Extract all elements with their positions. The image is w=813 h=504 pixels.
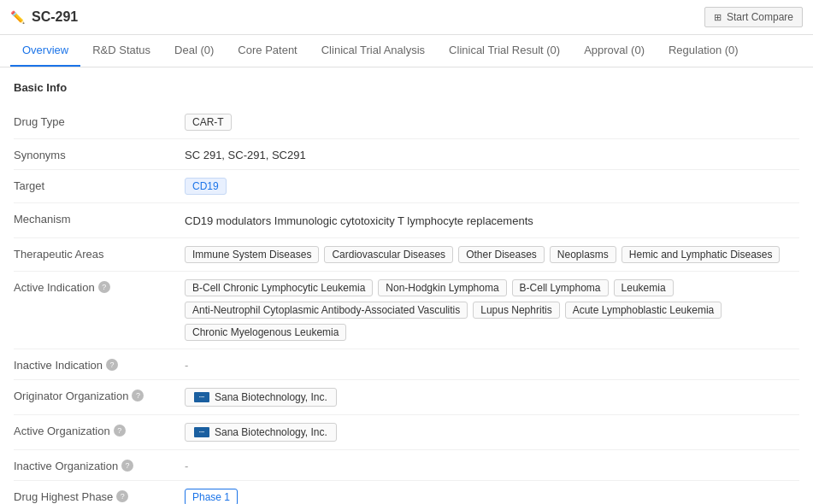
tag: Leukemia bbox=[614, 279, 674, 296]
row-value: ···Sana Biotechnology, Inc. bbox=[185, 423, 799, 442]
org-tag[interactable]: ···Sana Biotechnology, Inc. bbox=[185, 423, 337, 442]
row-value: B-Cell Chronic Lymphocytic LeukemiaNon-H… bbox=[185, 279, 799, 341]
tag: Lupus Nephritis bbox=[473, 302, 559, 319]
tag: Acute Lymphoblastic Leukemia bbox=[565, 302, 722, 319]
tab-clinical-trial-analysis[interactable]: Clinical Trial Analysis bbox=[309, 35, 437, 67]
row-label: Originator Organization? bbox=[14, 388, 185, 402]
mechanism-text: CD19 modulators Immunologic cytotoxicity… bbox=[185, 211, 533, 230]
info-row: Originator Organization?···Sana Biotechn… bbox=[14, 380, 799, 415]
info-row: SynonymsSC 291, SC-291, SC291 bbox=[14, 139, 799, 170]
help-icon[interactable]: ? bbox=[132, 390, 144, 401]
empty-value: - bbox=[185, 458, 188, 472]
row-label: Drug Type bbox=[14, 114, 185, 128]
tab-r-d-status[interactable]: R&D Status bbox=[80, 35, 162, 67]
tag: B-Cell Chronic Lymphocytic Leukemia bbox=[185, 279, 373, 296]
row-value: CAR-T bbox=[185, 114, 799, 131]
empty-value: - bbox=[185, 357, 188, 372]
row-label: Target bbox=[14, 178, 185, 192]
rows-container: Drug TypeCAR-TSynonymsSC 291, SC-291, SC… bbox=[14, 106, 799, 504]
org-tag[interactable]: ···Sana Biotechnology, Inc. bbox=[185, 388, 337, 407]
help-icon[interactable]: ? bbox=[114, 425, 126, 437]
row-label: Active Indication? bbox=[14, 279, 185, 294]
tab-approval--0-[interactable]: Approval (0) bbox=[572, 35, 657, 67]
header-left: ✏️ SC-291 bbox=[10, 9, 78, 25]
tab-regulation--0-[interactable]: Regulation (0) bbox=[657, 35, 751, 67]
row-value: CD19 bbox=[185, 178, 799, 195]
tag: B-Cell Lymphoma bbox=[512, 279, 609, 296]
row-value: Immune System DiseasesCardiovascular Dis… bbox=[185, 246, 799, 263]
row-label: Synonyms bbox=[14, 147, 185, 161]
row-value: SC 291, SC-291, SC291 bbox=[185, 147, 799, 161]
info-row: Active Organization?···Sana Biotechnolog… bbox=[14, 415, 799, 450]
help-icon[interactable]: ? bbox=[106, 359, 118, 371]
tab-overview[interactable]: Overview bbox=[10, 35, 80, 67]
row-value: CD19 modulators Immunologic cytotoxicity… bbox=[185, 211, 799, 230]
info-row: MechanismCD19 modulators Immunologic cyt… bbox=[14, 203, 799, 238]
row-label: Mechanism bbox=[14, 211, 185, 226]
nav-tabs: OverviewR&D StatusDeal (0)Core PatentCli… bbox=[0, 35, 813, 67]
tab-core-patent[interactable]: Core Patent bbox=[226, 35, 309, 67]
tag: Other Diseases bbox=[458, 246, 545, 263]
tag: Anti-Neutrophil Cytoplasmic Antibody-Ass… bbox=[185, 302, 468, 319]
row-label: Inactive Indication? bbox=[14, 357, 185, 372]
tag: Chronic Myelogenous Leukemia bbox=[185, 324, 346, 341]
compare-icon: ⊞ bbox=[714, 12, 722, 23]
header: ✏️ SC-291 ⊞ Start Compare bbox=[0, 0, 813, 35]
org-logo: ··· bbox=[194, 427, 209, 437]
info-row: Active Indication?B-Cell Chronic Lymphoc… bbox=[14, 272, 799, 349]
help-icon[interactable]: ? bbox=[116, 490, 128, 502]
help-icon[interactable]: ? bbox=[98, 281, 110, 293]
phase-tag: Phase 1 bbox=[185, 489, 238, 505]
synonyms-text: SC 291, SC-291, SC291 bbox=[185, 147, 306, 161]
help-icon[interactable]: ? bbox=[121, 460, 133, 472]
tab-clinical-trial-result--0-[interactable]: Clinical Trial Result (0) bbox=[437, 35, 572, 67]
info-row: Drug TypeCAR-T bbox=[14, 106, 799, 139]
info-row: Therapeutic AreasImmune System DiseasesC… bbox=[14, 238, 799, 272]
row-value: - bbox=[185, 357, 799, 372]
row-label: Drug Highest Phase? bbox=[14, 489, 185, 503]
row-label: Therapeutic Areas bbox=[14, 246, 185, 261]
tag: Immune System Diseases bbox=[185, 246, 319, 263]
tag: Neoplasms bbox=[550, 246, 616, 263]
tag: Non-Hodgkin Lymphoma bbox=[378, 279, 506, 296]
start-compare-button[interactable]: ⊞ Start Compare bbox=[704, 7, 803, 27]
info-row: Inactive Organization?- bbox=[14, 450, 799, 481]
section-title: Basic Info bbox=[14, 81, 799, 94]
row-value: ···Sana Biotechnology, Inc. bbox=[185, 388, 799, 407]
tag: Cardiovascular Diseases bbox=[324, 246, 453, 263]
drug-title: SC-291 bbox=[32, 9, 78, 25]
row-value: - bbox=[185, 458, 799, 472]
info-row: Drug Highest Phase?Phase 1 bbox=[14, 481, 799, 505]
target-tag[interactable]: CD19 bbox=[185, 178, 227, 195]
pencil-icon: ✏️ bbox=[10, 10, 25, 24]
info-row: Inactive Indication?- bbox=[14, 349, 799, 380]
tag: Hemic and Lymphatic Diseases bbox=[622, 246, 781, 263]
tag: CAR-T bbox=[185, 114, 232, 131]
row-value: Phase 1 bbox=[185, 489, 799, 505]
org-logo: ··· bbox=[194, 392, 209, 402]
tab-deal--0-[interactable]: Deal (0) bbox=[162, 35, 226, 67]
row-label: Active Organization? bbox=[14, 423, 185, 437]
row-label: Inactive Organization? bbox=[14, 458, 185, 472]
info-row: TargetCD19 bbox=[14, 170, 799, 203]
content: Basic Info Drug TypeCAR-TSynonymsSC 291,… bbox=[0, 67, 813, 504]
